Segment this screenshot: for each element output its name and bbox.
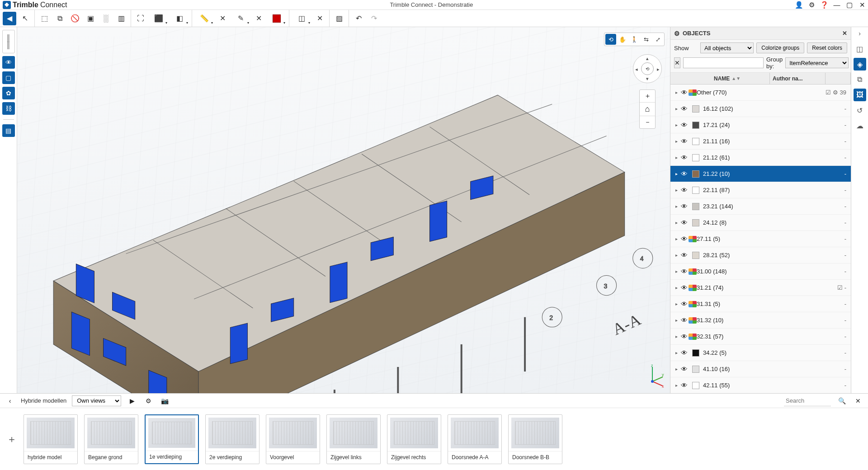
object-row[interactable]: ▸👁42.11 (55)-	[670, 377, 851, 393]
object-row[interactable]: ▸👁41.10 (16)-	[670, 361, 851, 377]
object-row[interactable]: ▸👁27.11 (5)-	[670, 231, 851, 247]
layers-icon[interactable]: ▤	[2, 124, 15, 137]
ruler-icon[interactable]: ║║	[2, 30, 15, 53]
reset-colors-button[interactable]: Reset colors	[807, 42, 847, 53]
visibility-icon[interactable]: 👁	[2, 56, 15, 69]
object-row[interactable]: ▸👁24.12 (8)-	[670, 215, 851, 231]
select-rect-icon[interactable]: ⬚	[38, 12, 51, 25]
close-icon[interactable]: ✕	[859, 2, 865, 8]
maximize-icon[interactable]: ▢	[846, 2, 853, 8]
orbit-pad[interactable]: ⟲ ▴ ▾ ◂ ▸	[633, 54, 662, 83]
tab-cloud-icon[interactable]: ☁	[854, 119, 866, 132]
measure-icon[interactable]: 📏▾	[195, 12, 214, 25]
view-thumbnail[interactable]: Begane grond	[84, 414, 138, 464]
panel-close-icon[interactable]: ✕	[842, 30, 847, 37]
settings-gear-icon[interactable]: ✿	[2, 87, 15, 99]
3d-viewport[interactable]: 2 3 4 A-A ⟲ ✋ 🚶 ⇆ ⤢ ⟲ ▴ ▾ ◂ ▸ ＋	[17, 27, 670, 393]
select-add-icon[interactable]: ⧉	[53, 12, 66, 25]
svg-text:3: 3	[604, 282, 608, 290]
object-row[interactable]: ▸👁34.22 (5)-	[670, 345, 851, 361]
clash-icon[interactable]: ▨	[332, 12, 346, 25]
tab-layers-icon[interactable]: ⧉	[854, 73, 866, 86]
help-icon[interactable]: ❓	[821, 2, 827, 8]
groupby-dropdown[interactable]: ItemReference	[785, 57, 849, 68]
views-settings-icon[interactable]: ⚙	[143, 395, 154, 406]
views-back-icon[interactable]: ‹	[5, 395, 15, 406]
home-view[interactable]: ⌂	[640, 102, 655, 116]
minimize-icon[interactable]: —	[834, 2, 840, 8]
view-thumbnail[interactable]: Doorsnede B-B	[508, 414, 562, 464]
object-row[interactable]: ▸👁31.21 (74)☑ -	[670, 280, 851, 296]
zoom-in[interactable]: ＋	[640, 90, 655, 102]
object-row[interactable]: ▸👁32.31 (57)-	[670, 329, 851, 345]
panel-gear-icon: ⚙	[674, 30, 680, 37]
model-box-icon[interactable]: ▢	[2, 71, 15, 84]
undo-icon[interactable]: ↶	[352, 12, 365, 25]
search-icon[interactable]: 🔍	[836, 395, 847, 406]
object-row[interactable]: ▸👁21.12 (61)-	[670, 150, 851, 166]
tab-history-icon[interactable]: ↺	[854, 104, 866, 117]
views-search-input[interactable]	[784, 395, 831, 406]
color-swatch[interactable]: ▾	[267, 12, 286, 25]
tab-properties-icon[interactable]: ◈	[854, 58, 866, 70]
axis-gizmo[interactable]: z y x	[640, 363, 665, 388]
tab-views-icon[interactable]: 🖼	[854, 89, 866, 101]
select-arrow[interactable]: ↖	[18, 12, 32, 25]
section-box-icon[interactable]: ⬛▾	[149, 12, 168, 25]
colorize-button[interactable]: Colorize groups	[756, 42, 804, 53]
search-input[interactable]	[683, 57, 764, 68]
orbit-icon[interactable]: ⟲	[605, 34, 616, 45]
user-icon[interactable]: 👤	[796, 2, 802, 8]
object-row[interactable]: ▸👁Other (770)☑⚙39	[670, 85, 851, 101]
panel-collapse-icon[interactable]: ›	[859, 30, 861, 40]
link-icon[interactable]: ⛓	[2, 102, 15, 115]
clip-delete-icon[interactable]: ✕	[313, 12, 326, 25]
view-thumbnail[interactable]: 1e verdieping	[145, 414, 199, 464]
clip-plane-icon[interactable]: ◫▾	[292, 12, 311, 25]
view-thumbnail[interactable]: Zijgevel rechts	[387, 414, 441, 464]
views-breadcrumb[interactable]: Hybride modellen	[21, 397, 66, 404]
view-thumbnail[interactable]: 2e verdieping	[205, 414, 259, 464]
object-row[interactable]: ▸👁22.11 (87)-	[670, 182, 851, 198]
hide-icon[interactable]: 🚫	[68, 12, 82, 25]
camera-icon[interactable]: 📷	[159, 395, 170, 406]
object-row[interactable]: ▸👁31.00 (148)-	[670, 263, 851, 280]
view-thumbnail[interactable]: Doorsnede A-A	[448, 414, 502, 464]
ghost-icon[interactable]: ░	[99, 12, 113, 25]
redo-icon[interactable]: ↷	[367, 12, 381, 25]
views-close-icon[interactable]: ✕	[853, 395, 863, 406]
markup-delete-icon[interactable]: ✕	[252, 12, 265, 25]
zoom-out[interactable]: －	[640, 116, 655, 128]
settings-icon[interactable]: ⚙	[808, 2, 815, 8]
col-author[interactable]: Author na...	[770, 73, 826, 84]
tab-objects-icon[interactable]: ◫	[854, 42, 866, 55]
play-icon[interactable]: ▶	[127, 395, 137, 406]
clear-selection-icon[interactable]: ▥	[114, 12, 128, 25]
sync-icon[interactable]: ⇆	[641, 34, 651, 45]
object-row[interactable]: ▸👁21.11 (16)-	[670, 133, 851, 150]
object-row[interactable]: ▸👁31.32 (10)-	[670, 312, 851, 329]
add-view-icon[interactable]: ＋	[6, 434, 17, 445]
markup-pen-icon[interactable]: ✎▾	[231, 12, 250, 25]
fullscreen-icon[interactable]: ⤢	[652, 34, 663, 45]
show-dropdown[interactable]: All objects	[700, 42, 754, 53]
clear-search-icon[interactable]: ✕	[674, 57, 680, 68]
views-mode-dropdown[interactable]: Own views	[72, 395, 121, 406]
object-row[interactable]: ▸👁21.22 (10)-	[670, 166, 851, 182]
object-row[interactable]: ▸👁16.12 (102)-	[670, 101, 851, 117]
pan-icon[interactable]: ✋	[617, 34, 628, 45]
object-row[interactable]: ▸👁28.21 (52)-	[670, 247, 851, 263]
isolate-icon[interactable]: ▣	[84, 12, 97, 25]
view-cube-icon[interactable]: ◧▾	[170, 12, 189, 25]
view-thumbnail[interactable]: hybride model	[24, 414, 78, 464]
fit-view-icon[interactable]: ⛶	[134, 12, 147, 25]
col-name[interactable]: NAME▲▼	[711, 73, 770, 84]
view-thumbnail[interactable]: Voorgevel	[266, 414, 320, 464]
object-row[interactable]: ▸👁17.21 (24)-	[670, 117, 851, 133]
view-thumbnail[interactable]: Zijgevel links	[326, 414, 381, 464]
measure-delete-icon[interactable]: ✕	[216, 12, 229, 25]
object-row[interactable]: ▸👁31.31 (5)-	[670, 296, 851, 312]
back-button[interactable]: ◀	[3, 12, 16, 25]
object-row[interactable]: ▸👁23.21 (144)-	[670, 198, 851, 215]
walk-icon[interactable]: 🚶	[629, 34, 640, 45]
